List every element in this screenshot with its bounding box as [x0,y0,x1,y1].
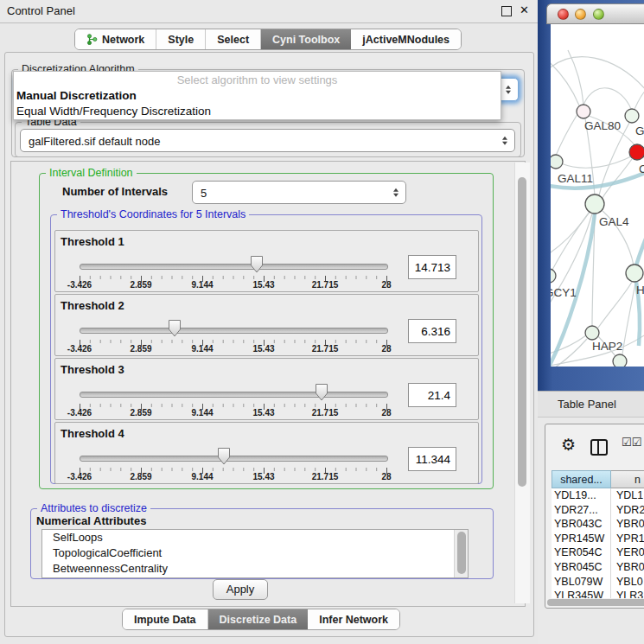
table-row[interactable]: YER054CYER0 [552,545,644,560]
threshold-panel-4: Threshold 4-3.4262.8599.14415.4321.71528… [54,422,479,484]
node-label: H [636,284,644,296]
column-header-name[interactable]: n [611,470,644,488]
algorithm-option-manual-discretization[interactable]: Manual Discretization [14,88,501,104]
attributes-list-scrollbar[interactable] [454,530,468,577]
network-canvas[interactable]: GAL80GACGAL11GAL4GCY1HHAP2 [551,24,644,367]
threshold-slider-knob[interactable] [168,319,182,341]
column-header-shared[interactable]: shared... [552,470,611,488]
select-columns-icon[interactable]: ☑☑ [622,436,641,449]
network-node[interactable] [626,265,643,282]
attribute-item-topologicalcoefficient[interactable]: TopologicalCoefficient [42,545,468,561]
network-node[interactable] [613,354,627,367]
threshold-label: Threshold 2 [61,299,124,312]
network-node[interactable] [551,269,556,283]
network-node[interactable] [629,144,644,160]
numerical-attributes-label: Numerical Attributes [36,514,146,527]
cell-name: YBL0 [611,575,643,590]
network-node[interactable] [625,109,639,123]
table-row[interactable]: YDR27...YDR2 [552,503,644,518]
close-traffic-light-icon[interactable] [558,9,569,20]
attributes-list-scrollbar-thumb[interactable] [457,532,466,574]
slider-ticks [80,404,388,411]
tick-label: 15.43 [252,472,274,481]
network-node[interactable] [551,155,563,169]
threshold-slider-track[interactable] [80,456,388,462]
table-row[interactable]: YBR043CYBR0 [552,517,644,532]
threshold-slider-knob[interactable] [217,447,231,469]
tab-label: Style [168,34,194,46]
tick-label: 2.859 [130,472,151,481]
horizontal-scrollbar-thumb[interactable] [547,599,644,606]
tab-discretize-data[interactable]: Discretize Data [208,609,309,629]
threshold-slider-knob[interactable] [315,383,328,405]
close-icon[interactable]: ✕ [520,3,529,16]
tick-label: 21.715 [312,344,339,354]
vertical-scrollbar[interactable] [514,163,530,603]
slider-ticks [80,276,388,283]
tab-style[interactable]: Style [156,29,206,49]
table-row[interactable]: YPR145WYPR1 [552,532,644,546]
node-label: C [639,163,644,175]
tick-label: 9.144 [191,472,213,481]
tab-label: Select [217,34,249,46]
threshold-value-field[interactable]: 14.713 [408,255,456,279]
table-panel-title: Table Panel [558,398,616,411]
network-node[interactable] [577,105,590,118]
tick-label: 2.859 [130,344,151,354]
interval-definition-title: Interval Definition [46,167,137,179]
network-node[interactable] [585,194,604,214]
tab-select[interactable]: Select [206,29,261,49]
num-intervals-value: 5 [201,186,207,199]
table-row[interactable]: YBL079WYBL0 [552,575,644,590]
table-row[interactable]: YBR045CYBR0 [552,560,644,575]
tab-impute-data[interactable]: Impute Data [123,609,208,629]
tick-label: -3.426 [67,344,92,354]
table-row[interactable]: YLR345WYLR3 [552,589,644,598]
tab-label: jActiveMNodules [362,34,450,46]
num-intervals-combobox[interactable]: 5 [192,181,406,204]
algorithm-option-equal-width-frequency-discretization[interactable]: Equal Width/Frequency Discretization [14,104,501,119]
attributes-list[interactable]: SelfLoopsTopologicalCoefficientBetweenne… [41,529,469,578]
minimize-traffic-light-icon[interactable] [575,9,586,20]
algorithm-dropdown-popup: Select algorithm to view settings Manual… [13,71,501,120]
tab-network[interactable]: Network [75,29,156,49]
attributes-list-items: SelfLoopsTopologicalCoefficientBetweenne… [42,530,468,577]
node-label: GAL11 [558,172,593,185]
tab-jactivemnodules[interactable]: jActiveMNodules [351,29,461,49]
bottom-tab-bar: Impute DataDiscretize DataInfer Network [122,609,400,630]
attribute-item-betweennesscentrality[interactable]: BetweennessCentrality [42,561,468,577]
tab-cyni-toolbox[interactable]: Cyni Toolbox [261,29,351,49]
cell-name: YDR2 [611,503,644,518]
apply-button[interactable]: Apply [213,579,268,600]
algorithm-placeholder: Select algorithm to view settings [14,72,501,88]
attribute-item-selfloops[interactable]: SelfLoops [42,530,468,545]
table-row[interactable]: YDL19...YDL1 [552,488,644,503]
network-icon [86,34,98,45]
float-window-icon[interactable] [501,6,512,16]
node-table-rows: YDL19...YDL1YDR27...YDR2YBR043CYBR0YPR14… [552,488,644,598]
column-layout-icon[interactable] [590,439,608,456]
tick-label: 15.43 [252,280,274,290]
threshold-slider-track[interactable] [80,328,388,334]
tick-label: 28 [381,280,391,290]
threshold-value-field[interactable]: 21.4 [408,383,456,407]
top-tab-bar: NetworkStyleSelectCyni ToolboxjActiveMNo… [74,29,462,50]
tab-label: Network [102,34,144,46]
threshold-slider-track[interactable] [80,264,388,270]
cell-name: YBR0 [611,517,644,532]
tab-infer-network[interactable]: Infer Network [308,609,399,629]
threshold-value-field[interactable]: 11.344 [408,447,456,471]
horizontal-scrollbar[interactable] [547,599,644,606]
network-node[interactable] [585,326,599,340]
tick-label: 28 [381,344,391,354]
network-window-titlebar[interactable] [546,3,644,24]
combo-arrows-icon [393,188,399,197]
tick-label: 15.43 [252,408,274,418]
table-data-combobox[interactable]: galFiltered.sif default node [20,129,515,152]
threshold-value-field[interactable]: 6.316 [408,319,456,343]
gear-icon[interactable]: ⚙ [561,437,576,453]
zoom-traffic-light-icon[interactable] [593,9,604,20]
threshold-slider-knob[interactable] [250,255,264,277]
threshold-slider-track[interactable] [80,392,388,398]
vertical-scrollbar-thumb[interactable] [518,177,526,487]
